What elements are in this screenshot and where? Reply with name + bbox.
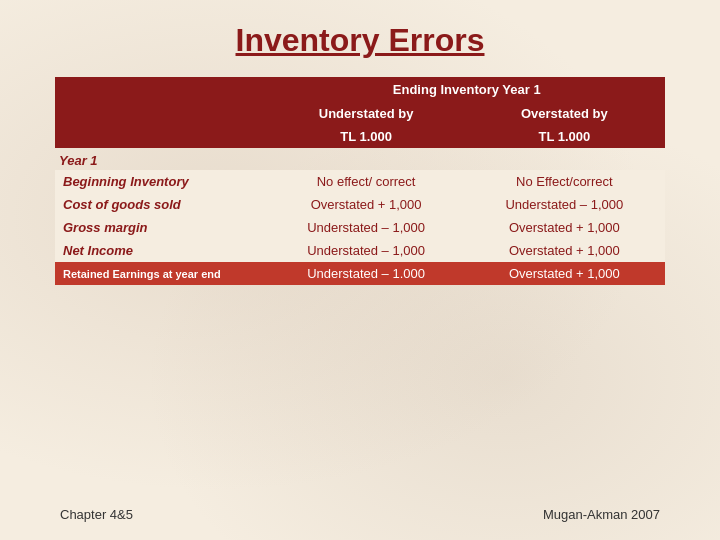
table-row: Gross marginUnderstated – 1,000Overstate…	[55, 216, 665, 239]
row-understated-value: Understated – 1,000	[269, 216, 464, 239]
row-overstated-value: Overstated + 1,000	[464, 216, 665, 239]
table-header-row-3: TL 1.000 TL 1.000	[55, 125, 665, 148]
row-label: Retained Earnings at year end	[55, 262, 269, 285]
row-overstated-value: Overstated + 1,000	[464, 239, 665, 262]
table-header-row-1: Ending Inventory Year 1	[55, 77, 665, 102]
row-label: Beginning Inventory	[55, 170, 269, 193]
year-label-row: Year 1	[55, 148, 665, 170]
table-header-row-2: Understated by Overstated by	[55, 102, 665, 125]
header-ending-inventory: Ending Inventory Year 1	[269, 77, 666, 102]
table-row: Retained Earnings at year endUnderstated…	[55, 262, 665, 285]
row-overstated-value: Overstated + 1,000	[464, 262, 665, 285]
row-overstated-value: No Effect/correct	[464, 170, 665, 193]
row-understated-value: Understated – 1.000	[269, 262, 464, 285]
header-col1-label	[55, 102, 269, 125]
table-row: Beginning InventoryNo effect/ correctNo …	[55, 170, 665, 193]
header-understated-label: Understated by	[269, 102, 464, 125]
row-understated-value: Understated – 1,000	[269, 239, 464, 262]
footer-right: Mugan-Akman 2007	[543, 507, 660, 522]
year-label: Year 1	[55, 148, 665, 170]
page-title: Inventory Errors	[0, 0, 720, 77]
footer: Chapter 4&5 Mugan-Akman 2007	[0, 507, 720, 522]
header-tl-over: TL 1.000	[464, 125, 665, 148]
table-row: Cost of goods soldOverstated + 1,000Unde…	[55, 193, 665, 216]
row-understated-value: No effect/ correct	[269, 170, 464, 193]
row-label: Cost of goods sold	[55, 193, 269, 216]
inventory-errors-table: Ending Inventory Year 1 Understated by O…	[55, 77, 665, 170]
header-overstated-label: Overstated by	[464, 102, 665, 125]
row-label: Gross margin	[55, 216, 269, 239]
header-tl-under: TL 1.000	[269, 125, 464, 148]
data-table: Beginning InventoryNo effect/ correctNo …	[55, 170, 665, 285]
data-table-container: Beginning InventoryNo effect/ correctNo …	[55, 170, 665, 285]
footer-left: Chapter 4&5	[60, 507, 133, 522]
main-table-container: Ending Inventory Year 1 Understated by O…	[55, 77, 665, 170]
header-col1-empty	[55, 125, 269, 148]
row-label: Net Income	[55, 239, 269, 262]
row-overstated-value: Understated – 1,000	[464, 193, 665, 216]
row-understated-value: Overstated + 1,000	[269, 193, 464, 216]
header-empty-cell	[55, 77, 269, 102]
table-row: Net IncomeUnderstated – 1,000Overstated …	[55, 239, 665, 262]
